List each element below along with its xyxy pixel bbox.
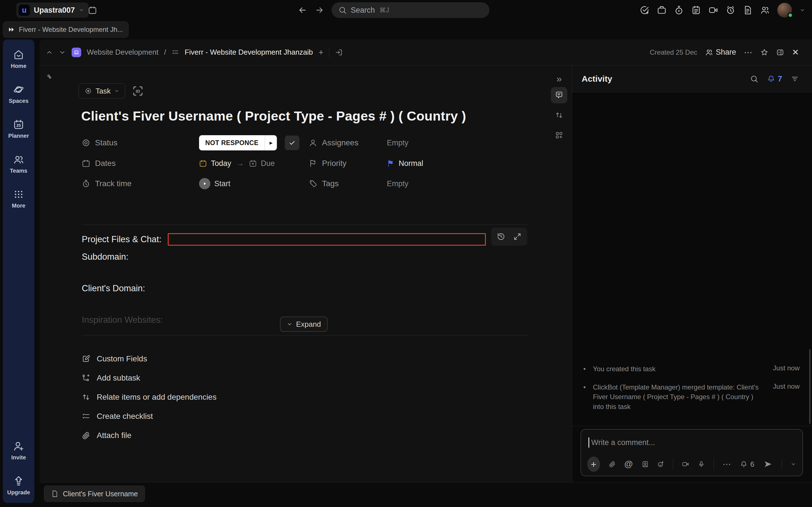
paperclip-icon	[82, 431, 90, 440]
priority-value[interactable]: Normal	[399, 159, 423, 168]
add-attachment-button[interactable]: +	[587, 457, 600, 472]
attach-file-button[interactable]: Attach file	[82, 426, 216, 445]
dates-field-label[interactable]: Dates	[82, 159, 199, 168]
track-time-field-label[interactable]: Track time	[82, 179, 199, 188]
send-icon[interactable]	[763, 459, 773, 469]
activity-time: Just now	[766, 383, 800, 390]
notifications-button[interactable]: 7	[767, 74, 782, 83]
sidebar-item-planner[interactable]: 25 Planner	[8, 119, 29, 139]
priority-field-label[interactable]: Priority	[309, 159, 387, 168]
prev-task-icon[interactable]	[46, 49, 53, 56]
share-button[interactable]: Share	[705, 48, 736, 57]
task-title[interactable]: Client's Fiver Username ( Project Type -…	[81, 108, 466, 124]
comment-more-icon[interactable]: ⋯	[723, 460, 731, 468]
reminder-icon[interactable]	[726, 5, 735, 15]
notepad-icon[interactable]	[691, 5, 701, 15]
sidebar-item-teams[interactable]: Teams	[10, 154, 28, 174]
custom-fields-button[interactable]: Custom Fields	[82, 349, 216, 369]
start-date-value[interactable]: Today	[211, 159, 231, 168]
docs-icon[interactable]	[743, 5, 753, 15]
relate-items-button[interactable]: Relate items or add dependencies	[82, 388, 216, 407]
paperclip-icon[interactable]	[609, 460, 616, 468]
status-field-label[interactable]: Status	[82, 138, 199, 147]
tab-bar: Fiverr - Website Development Jh...	[3, 21, 129, 38]
close-icon[interactable]: ✕	[792, 48, 799, 57]
scrollbar-thumb[interactable]	[809, 349, 811, 424]
user-avatar[interactable]	[777, 3, 792, 17]
space-icon[interactable]	[71, 48, 81, 57]
share-label: Share	[716, 48, 736, 57]
more-options-icon[interactable]: ⋯	[744, 48, 753, 57]
breadcrumb-task-name[interactable]: Fiverr - Website Development Jhanzaib	[185, 48, 313, 57]
microphone-icon[interactable]	[698, 460, 705, 468]
sidebar-item-spaces[interactable]: Spaces	[9, 84, 29, 104]
fast-forward-icon	[8, 26, 15, 33]
mark-complete-button[interactable]	[285, 135, 299, 150]
add-subtask-button[interactable]: Add subtask	[82, 369, 216, 388]
chevron-down-icon[interactable]	[791, 461, 796, 467]
tags-field-label[interactable]: Tags	[309, 179, 387, 188]
breadcrumb-space[interactable]: Website Development	[87, 48, 158, 57]
search-input[interactable]: Search ⌘J	[332, 2, 490, 18]
minimized-task-tray-item[interactable]: Client's Fiver Username	[44, 486, 145, 502]
due-date-value[interactable]: Due	[261, 159, 275, 168]
workspace-switcher[interactable]: u Upastra007	[16, 3, 89, 18]
task-id-button[interactable]: ID	[132, 85, 144, 97]
assignees-value[interactable]: Empty	[387, 138, 409, 147]
people-icon[interactable]	[760, 5, 770, 15]
sidebar-item-invite[interactable]: Invite	[11, 441, 26, 461]
priority-flag-icon	[309, 159, 317, 168]
filter-icon[interactable]	[791, 75, 799, 83]
emoji-add-icon[interactable]	[657, 460, 664, 468]
comments-tab-button[interactable]	[551, 87, 567, 103]
sidebar-item-home[interactable]: Home	[11, 49, 27, 69]
description-line-1[interactable]: Project Files & Chat:	[82, 233, 486, 245]
clip-record-icon[interactable]	[709, 5, 718, 15]
add-tab-icon[interactable]: +	[319, 48, 324, 57]
chevron-down-icon[interactable]	[800, 7, 805, 13]
expand-description-button[interactable]: Expand	[280, 317, 327, 332]
panel-toggle-strip: »	[551, 74, 567, 144]
task-type-selector[interactable]: Task	[79, 83, 125, 99]
description-line-2[interactable]: Subdomain:	[82, 252, 128, 262]
assignees-field-label[interactable]: Assignees	[309, 138, 387, 147]
activity-item: • ClickBot (Template Manager) merged tem…	[583, 383, 800, 412]
track-time-value[interactable]: Start	[214, 179, 231, 188]
sidebar-item-label: Upgrade	[7, 489, 30, 496]
expand-fullscreen-icon[interactable]	[513, 232, 522, 241]
sidebar-item-more[interactable]: More	[12, 189, 26, 209]
search-icon[interactable]	[750, 75, 758, 83]
back-arrow-icon[interactable]	[298, 5, 307, 15]
link-path-icon[interactable]	[47, 74, 55, 82]
mention-icon[interactable]: @	[624, 459, 633, 469]
status-value-button[interactable]: NOT RESPONCE ▶	[199, 135, 277, 151]
calendar-icon[interactable]	[88, 6, 97, 15]
open-in-new-icon[interactable]	[335, 48, 343, 56]
favorite-star-icon[interactable]	[760, 48, 768, 56]
divider	[82, 224, 529, 225]
panel-layout-icon[interactable]	[776, 48, 784, 56]
tags-value[interactable]: Empty	[387, 179, 409, 188]
comment-watchers-button[interactable]: 6	[740, 460, 754, 469]
new-task-icon[interactable]	[640, 5, 649, 15]
briefcase-icon[interactable]	[657, 5, 666, 15]
timer-icon[interactable]	[674, 5, 684, 15]
tab-fiverr-website-development[interactable]: Fiverr - Website Development Jh...	[3, 21, 129, 38]
description-line-3[interactable]: Client's Domain:	[82, 283, 145, 293]
forward-arrow-icon[interactable]	[315, 5, 324, 15]
description-line-4[interactable]: Inspiration Websites:	[82, 315, 163, 325]
collapse-panel-icon[interactable]: »	[557, 74, 562, 83]
status-next-icon[interactable]: ▶	[265, 135, 277, 151]
history-icon[interactable]	[497, 232, 505, 241]
record-clip-icon[interactable]	[682, 460, 689, 468]
highlighted-empty-field[interactable]	[168, 233, 486, 245]
apps-tab-button[interactable]	[551, 127, 567, 144]
next-task-icon[interactable]	[59, 49, 66, 56]
create-checklist-button[interactable]: Create checklist	[82, 407, 216, 426]
avatar-frame-icon[interactable]	[642, 460, 649, 468]
start-timer-button[interactable]	[199, 178, 210, 189]
field-row-priority: Priority Normal	[309, 154, 423, 172]
sidebar-item-upgrade[interactable]: Upgrade	[7, 475, 30, 496]
relationships-tab-button[interactable]	[551, 107, 567, 123]
comment-input[interactable]: Write a comment... + @ ⋯	[580, 429, 803, 476]
